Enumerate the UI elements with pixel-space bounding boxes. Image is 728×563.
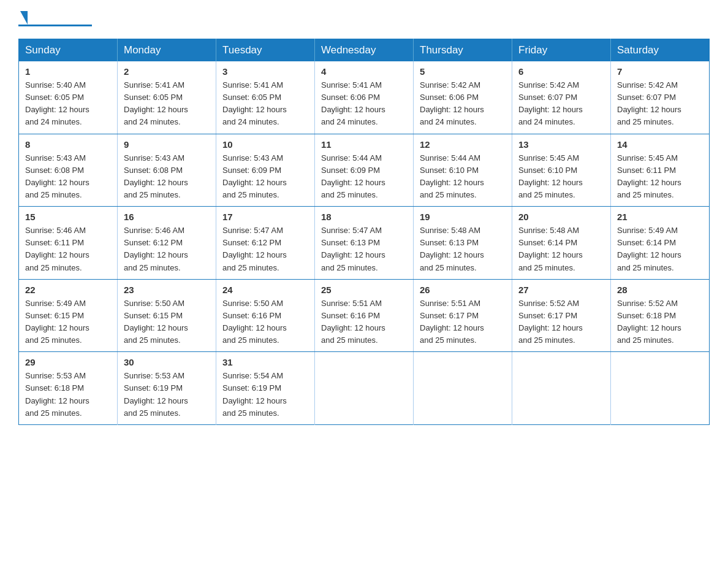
day-info: Sunrise: 5:49 AMSunset: 6:15 PMDaylight:… (25, 297, 111, 347)
week-row-2: 8Sunrise: 5:43 AMSunset: 6:08 PMDaylight… (19, 134, 710, 207)
calendar-cell: 25Sunrise: 5:51 AMSunset: 6:16 PMDayligh… (315, 279, 414, 352)
day-number: 2 (124, 66, 210, 77)
day-number: 16 (124, 212, 210, 222)
day-info: Sunrise: 5:46 AMSunset: 6:12 PMDaylight:… (124, 224, 210, 274)
calendar-cell (315, 352, 414, 425)
day-info: Sunrise: 5:42 AMSunset: 6:06 PMDaylight:… (420, 79, 506, 129)
day-number: 18 (321, 212, 407, 222)
day-info: Sunrise: 5:52 AMSunset: 6:17 PMDaylight:… (518, 297, 604, 347)
calendar-cell: 15Sunrise: 5:46 AMSunset: 6:11 PMDayligh… (19, 207, 118, 280)
calendar-cell: 22Sunrise: 5:49 AMSunset: 6:15 PMDayligh… (19, 279, 118, 352)
day-info: Sunrise: 5:42 AMSunset: 6:07 PMDaylight:… (518, 79, 604, 129)
calendar-cell: 6Sunrise: 5:42 AMSunset: 6:07 PMDaylight… (512, 61, 611, 134)
page-header (18, 12, 710, 26)
day-number: 21 (617, 212, 703, 222)
day-info: Sunrise: 5:51 AMSunset: 6:17 PMDaylight:… (420, 297, 506, 347)
calendar-cell: 3Sunrise: 5:41 AMSunset: 6:05 PMDaylight… (216, 61, 315, 134)
day-number: 26 (420, 285, 506, 295)
calendar-table: SundayMondayTuesdayWednesdayThursdayFrid… (18, 39, 710, 425)
calendar-cell: 19Sunrise: 5:48 AMSunset: 6:13 PMDayligh… (414, 207, 512, 280)
calendar-cell: 21Sunrise: 5:49 AMSunset: 6:14 PMDayligh… (611, 207, 710, 280)
day-info: Sunrise: 5:50 AMSunset: 6:15 PMDaylight:… (124, 297, 210, 347)
header-tuesday: Tuesday (216, 39, 315, 62)
calendar-cell: 9Sunrise: 5:43 AMSunset: 6:08 PMDaylight… (118, 134, 216, 207)
day-number: 5 (420, 66, 506, 77)
day-info: Sunrise: 5:50 AMSunset: 6:16 PMDaylight:… (222, 297, 308, 347)
day-info: Sunrise: 5:43 AMSunset: 6:09 PMDaylight:… (222, 152, 308, 202)
day-number: 9 (124, 139, 210, 150)
calendar-cell: 28Sunrise: 5:52 AMSunset: 6:18 PMDayligh… (611, 279, 710, 352)
calendar-cell: 13Sunrise: 5:45 AMSunset: 6:10 PMDayligh… (512, 134, 611, 207)
day-info: Sunrise: 5:52 AMSunset: 6:18 PMDaylight:… (617, 297, 703, 347)
header-thursday: Thursday (414, 39, 512, 62)
logo-triangle-icon (20, 11, 28, 25)
calendar-cell: 1Sunrise: 5:40 AMSunset: 6:05 PMDaylight… (19, 61, 118, 134)
day-number: 20 (518, 212, 604, 222)
day-number: 25 (321, 285, 407, 295)
day-number: 12 (420, 139, 506, 150)
day-info: Sunrise: 5:44 AMSunset: 6:10 PMDaylight:… (420, 152, 506, 202)
calendar-cell (512, 352, 611, 425)
calendar-cell (414, 352, 512, 425)
logo (18, 12, 92, 26)
logo-underline (18, 25, 92, 26)
day-info: Sunrise: 5:44 AMSunset: 6:09 PMDaylight:… (321, 152, 407, 202)
day-number: 30 (124, 357, 210, 367)
calendar-cell: 18Sunrise: 5:47 AMSunset: 6:13 PMDayligh… (315, 207, 414, 280)
day-info: Sunrise: 5:41 AMSunset: 6:05 PMDaylight:… (222, 79, 308, 129)
day-info: Sunrise: 5:46 AMSunset: 6:11 PMDaylight:… (25, 224, 111, 274)
day-number: 23 (124, 285, 210, 295)
calendar-cell: 17Sunrise: 5:47 AMSunset: 6:12 PMDayligh… (216, 207, 315, 280)
day-number: 6 (518, 66, 604, 77)
week-row-3: 15Sunrise: 5:46 AMSunset: 6:11 PMDayligh… (19, 207, 710, 280)
week-row-4: 22Sunrise: 5:49 AMSunset: 6:15 PMDayligh… (19, 279, 710, 352)
day-number: 28 (617, 285, 703, 295)
day-number: 13 (518, 139, 604, 150)
day-info: Sunrise: 5:54 AMSunset: 6:19 PMDaylight:… (222, 370, 308, 419)
calendar-cell: 31Sunrise: 5:54 AMSunset: 6:19 PMDayligh… (216, 352, 315, 425)
calendar-cell: 2Sunrise: 5:41 AMSunset: 6:05 PMDaylight… (118, 61, 216, 134)
calendar-cell: 24Sunrise: 5:50 AMSunset: 6:16 PMDayligh… (216, 279, 315, 352)
day-number: 3 (222, 66, 308, 77)
day-number: 15 (25, 212, 111, 222)
header-sunday: Sunday (19, 39, 118, 62)
calendar-cell: 4Sunrise: 5:41 AMSunset: 6:06 PMDaylight… (315, 61, 414, 134)
day-number: 4 (321, 66, 407, 77)
day-number: 14 (617, 139, 703, 150)
day-number: 29 (25, 357, 111, 367)
calendar-cell: 10Sunrise: 5:43 AMSunset: 6:09 PMDayligh… (216, 134, 315, 207)
day-number: 19 (420, 212, 506, 222)
calendar-cell: 12Sunrise: 5:44 AMSunset: 6:10 PMDayligh… (414, 134, 512, 207)
day-info: Sunrise: 5:43 AMSunset: 6:08 PMDaylight:… (124, 152, 210, 202)
day-info: Sunrise: 5:41 AMSunset: 6:05 PMDaylight:… (124, 79, 210, 129)
day-number: 17 (222, 212, 308, 222)
calendar-header-row: SundayMondayTuesdayWednesdayThursdayFrid… (19, 39, 710, 62)
header-friday: Friday (512, 39, 611, 62)
calendar-cell: 30Sunrise: 5:53 AMSunset: 6:19 PMDayligh… (118, 352, 216, 425)
calendar-cell: 29Sunrise: 5:53 AMSunset: 6:18 PMDayligh… (19, 352, 118, 425)
day-info: Sunrise: 5:47 AMSunset: 6:12 PMDaylight:… (222, 224, 308, 274)
day-number: 22 (25, 285, 111, 295)
calendar-cell: 20Sunrise: 5:48 AMSunset: 6:14 PMDayligh… (512, 207, 611, 280)
calendar-cell: 16Sunrise: 5:46 AMSunset: 6:12 PMDayligh… (118, 207, 216, 280)
header-saturday: Saturday (611, 39, 710, 62)
day-info: Sunrise: 5:42 AMSunset: 6:07 PMDaylight:… (617, 79, 703, 129)
header-wednesday: Wednesday (315, 39, 414, 62)
day-info: Sunrise: 5:53 AMSunset: 6:19 PMDaylight:… (124, 370, 210, 419)
calendar-cell: 7Sunrise: 5:42 AMSunset: 6:07 PMDaylight… (611, 61, 710, 134)
day-info: Sunrise: 5:51 AMSunset: 6:16 PMDaylight:… (321, 297, 407, 347)
day-info: Sunrise: 5:40 AMSunset: 6:05 PMDaylight:… (25, 79, 111, 129)
day-number: 1 (25, 66, 111, 77)
calendar-cell: 5Sunrise: 5:42 AMSunset: 6:06 PMDaylight… (414, 61, 512, 134)
day-number: 7 (617, 66, 703, 77)
header-monday: Monday (118, 39, 216, 62)
day-info: Sunrise: 5:48 AMSunset: 6:13 PMDaylight:… (420, 224, 506, 274)
calendar-cell (611, 352, 710, 425)
day-number: 11 (321, 139, 407, 150)
day-info: Sunrise: 5:43 AMSunset: 6:08 PMDaylight:… (25, 152, 111, 202)
day-info: Sunrise: 5:45 AMSunset: 6:10 PMDaylight:… (518, 152, 604, 202)
week-row-5: 29Sunrise: 5:53 AMSunset: 6:18 PMDayligh… (19, 352, 710, 425)
day-number: 10 (222, 139, 308, 150)
calendar-cell: 26Sunrise: 5:51 AMSunset: 6:17 PMDayligh… (414, 279, 512, 352)
day-number: 24 (222, 285, 308, 295)
